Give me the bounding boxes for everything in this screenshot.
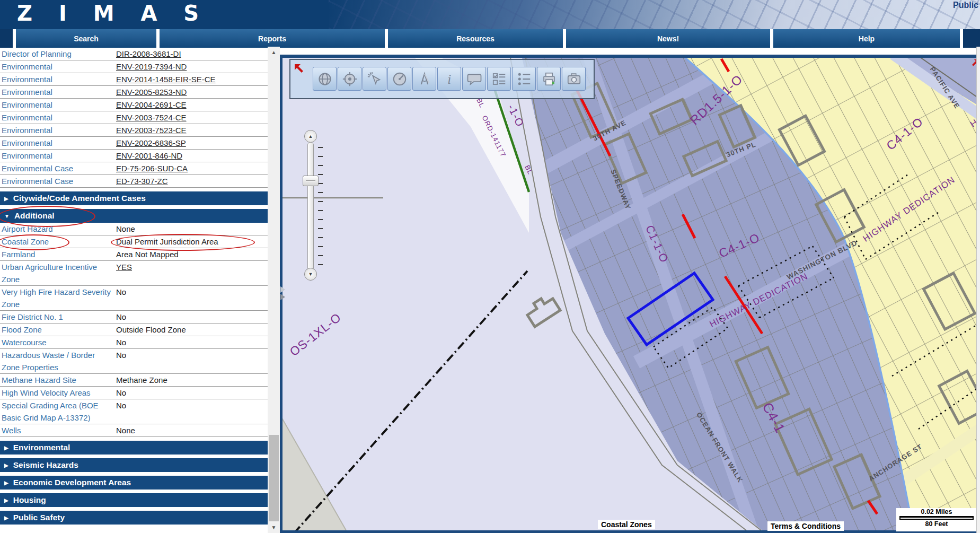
case-number-link[interactable]: ENV-2019-7394-ND [116,62,187,71]
print-icon [541,71,557,87]
additional-rows: Airport HazardNoneCoastal ZoneDual Permi… [0,223,268,437]
case-type: Environmental [0,150,114,162]
section-public-safety[interactable]: ▶Public Safety [0,511,268,525]
additional-row: Methane Hazard SiteMethane Zone [0,374,268,387]
field-label: Methane Hazard Site [0,374,114,386]
field-label: Coastal Zone [0,235,114,248]
case-number-link[interactable]: ENV-2003-7523-CE [116,126,187,135]
select-icon [367,71,383,87]
tab-help[interactable]: Help [773,29,960,48]
case-row: Environmental ENV-2001-846-ND [0,150,268,162]
case-type: Director of Planning [0,48,114,60]
section-seismic-hazards[interactable]: ▶Seismic Hazards [0,458,268,472]
field-label: Wells [0,424,114,436]
case-number-link[interactable]: ENV-2004-2691-CE [116,100,187,109]
scrollbar-thumb[interactable] [269,435,279,521]
section-environmental[interactable]: ▶Environmental [0,441,268,455]
case-type: Environmental [0,99,114,111]
scale-ruler [899,516,974,520]
map-frame: OS-1XL-OBLORD-141177BL-1-O30TH AVERD1.5-… [280,55,980,533]
zoom-ticks [318,147,323,266]
additional-row: Special Grading Area (BOE Basic Grid Map… [0,399,268,424]
snapshot-icon [566,71,582,87]
layers-checklist-icon [491,71,507,87]
scroll-up-icon[interactable]: ▲ [268,47,280,58]
case-number-link[interactable]: ED-73-307-ZC [116,177,168,186]
zimas-logo: Z I M A S [17,1,208,25]
section-additional[interactable]: ▼Additional [0,209,268,223]
page-scrollbar[interactable] [976,47,980,533]
field-label: Airport Hazard [0,223,114,235]
map-toolbar: i [289,59,595,99]
chevron-right-icon: ▶ [4,480,8,486]
additional-row: Urban Agriculture Incentive ZoneYES [0,261,268,286]
sidebar-collapse-handle[interactable] [280,286,287,305]
section-citywide-code-amendment-cases[interactable]: ▶Citywide/Code Amendment Cases [0,191,268,205]
case-number-link[interactable]: ENV-2002-6836-SP [116,138,186,147]
case-row: Director of Planning DIR-2008-3681-DI [0,48,268,60]
chevron-right-icon: ▶ [4,515,8,521]
tab-reports[interactable]: Reports [160,29,385,48]
coastal-zones-tag: Coastal Zones [598,520,655,529]
field-value: Outside Flood Zone [114,324,268,336]
case-row: Environmental ENV-2004-2691-CE [0,99,268,111]
case-type: Environmental [0,86,114,98]
field-value: No [114,387,268,399]
case-number-link[interactable]: ENV-2014-1458-EIR-SE-CE [116,75,216,84]
field-value: None [114,424,268,436]
additional-row: Airport HazardNone [0,223,268,235]
print-button[interactable] [537,67,561,91]
zoom-track[interactable] [307,142,314,270]
layers-checklist-button[interactable] [487,67,511,91]
terms-and-conditions-link[interactable]: Terms & Conditions [767,521,844,531]
chevron-right-icon: ▶ [4,497,8,503]
case-number-link[interactable]: ED-75-206-SUD-CA [116,164,188,173]
additional-row: Coastal ZoneDual Permit Jurisdiction Are… [0,235,268,248]
field-value-link[interactable]: YES [114,261,268,285]
comment-button[interactable] [462,67,486,91]
field-value: None [114,223,268,235]
field-label: Flood Zone [0,324,114,336]
locate-button[interactable] [338,67,361,91]
map-zoom-slider: ▲ ▼ [300,130,324,282]
globe-button[interactable] [313,67,337,91]
case-row: Environmental ENV-2019-7394-ND [0,60,268,73]
measure-icon [417,71,432,87]
svg-text:i: i [447,72,451,86]
chevron-right-icon: ▶ [4,445,8,451]
case-number-link[interactable]: ENV-2003-7524-CE [116,113,187,122]
scroll-down-icon[interactable]: ▼ [268,522,280,533]
field-value: No [114,311,268,323]
map-bottom-border [280,530,980,533]
nav-right-stub [963,29,980,48]
case-number-link[interactable]: ENV-2001-846-ND [116,151,182,160]
map-canvas[interactable]: OS-1XL-OBLORD-141177BL-1-O30TH AVERD1.5-… [282,58,980,530]
case-number-link[interactable]: ENV-2005-8253-ND [116,88,187,97]
legend-button[interactable] [512,67,536,91]
snapshot-button[interactable] [562,67,586,91]
measure-button[interactable] [412,67,436,91]
zoom-out-button[interactable]: ▼ [304,268,317,281]
field-label: High Wind Velocity Areas [0,387,114,399]
tab-resources[interactable]: Resources [388,29,563,48]
chevron-left-icon [280,294,288,300]
field-value: Dual Permit Jurisdiction Area [114,235,268,248]
sidebar-scrollbar[interactable]: ▲ ▼ [268,47,280,533]
toolbar-buttons: i [313,67,586,91]
toolbar-collapse-arrow-icon[interactable] [293,63,306,75]
identify-button[interactable]: i [437,67,461,91]
legend-icon [516,71,532,87]
case-row: Environmental ENV-2014-1458-EIR-SE-CE [0,73,268,86]
previous-extent-button[interactable] [387,67,411,91]
tab-search[interactable]: Search [16,29,156,48]
tab-news[interactable]: News! [566,29,770,48]
select-button[interactable] [363,67,386,91]
case-row: Environmental ENV-2003-7523-CE [0,124,268,137]
case-number-link[interactable]: DIR-2008-3681-DI [116,49,181,58]
field-value: No [114,286,268,310]
zoom-in-button[interactable]: ▲ [304,130,317,143]
section-housing[interactable]: ▶Housing [0,493,268,507]
zoom-thumb[interactable] [303,176,319,186]
section-economic-development-areas[interactable]: ▶Economic Development Areas [0,476,268,490]
field-label: Fire District No. 1 [0,311,114,323]
